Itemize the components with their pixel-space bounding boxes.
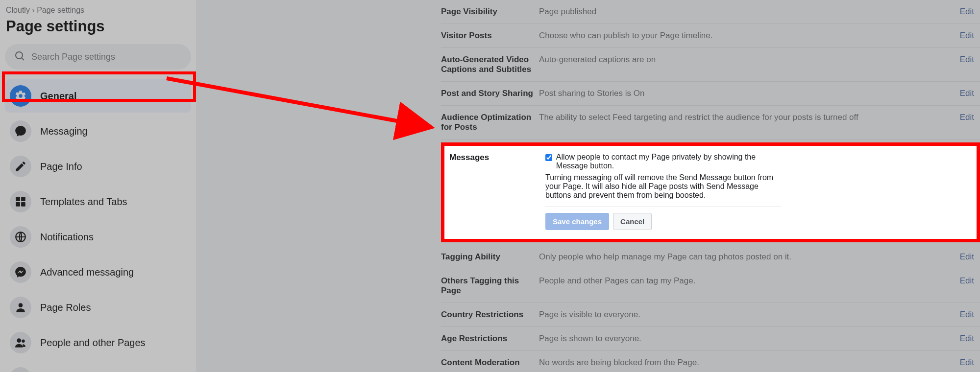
sidebar-item-label: Page Info — [40, 161, 82, 172]
row-page-visibility: Page Visibility Page published Edit — [441, 0, 980, 24]
save-changes-button[interactable]: Save changes — [545, 213, 609, 230]
row-label: Audience Optimization for Posts — [441, 113, 539, 132]
row-audience-optimization: Audience Optimization for Posts The abil… — [441, 106, 980, 140]
row-label: Others Tagging this Page — [441, 276, 539, 296]
sidebar-item-label: Templates and Tabs — [40, 196, 127, 208]
cancel-button[interactable]: Cancel — [613, 213, 652, 230]
divider — [545, 207, 781, 207]
row-age-restrictions: Age Restrictions Page is shown to everyo… — [441, 327, 980, 351]
row-content-moderation: Content Moderation No words are being bl… — [441, 351, 980, 372]
search-icon — [14, 50, 25, 64]
row-country-restrictions: Country Restrictions Page is visible to … — [441, 303, 980, 327]
sidebar-item-preferred-audience[interactable]: Preferred Page Audience — [5, 361, 191, 372]
sidebar-item-label: General — [40, 91, 76, 102]
sidebar: Cloutly › Page settings Page settings Ge… — [0, 0, 196, 372]
row-visitor-posts: Visitor Posts Choose who can publish to … — [441, 24, 980, 48]
messages-note: Turning messaging off will remove the Se… — [545, 173, 781, 200]
row-value: Only people who help manage my Page can … — [539, 252, 951, 262]
messages-allow-checkbox[interactable] — [545, 154, 552, 162]
edit-link[interactable]: Edit — [951, 89, 980, 98]
row-label: Tagging Ability — [441, 252, 539, 262]
breadcrumb: Cloutly › Page settings — [5, 6, 191, 18]
row-label: Content Moderation — [441, 358, 539, 368]
svg-point-0 — [16, 52, 23, 59]
svg-rect-3 — [21, 197, 25, 201]
pencil-icon — [10, 156, 31, 177]
edit-link[interactable]: Edit — [951, 7, 980, 17]
row-value: Post sharing to Stories is On — [539, 89, 951, 98]
row-value: Page published — [539, 7, 951, 17]
row-value: The ability to select Feed targeting and… — [539, 113, 951, 122]
sidebar-item-label: People and other Pages — [40, 337, 146, 349]
sidebar-item-page-info[interactable]: Page Info — [5, 150, 191, 183]
row-value: No words are being blocked from the Page… — [539, 358, 951, 368]
sidebar-item-page-roles[interactable]: Page Roles — [5, 291, 191, 324]
people-icon — [10, 332, 31, 353]
edit-link[interactable]: Edit — [951, 334, 980, 344]
edit-link[interactable]: Edit — [951, 113, 980, 122]
row-tagging-ability: Tagging Ability Only people who help man… — [441, 245, 980, 269]
svg-line-12 — [167, 78, 431, 127]
sidebar-item-templates[interactable]: Templates and Tabs — [5, 185, 191, 218]
edit-link[interactable]: Edit — [951, 310, 980, 320]
messages-checkbox-label: Allow people to contact my Page privatel… — [556, 153, 781, 170]
row-others-tagging: Others Tagging this Page People and othe… — [441, 269, 980, 303]
row-post-sharing: Post and Story Sharing Post sharing to S… — [441, 82, 980, 106]
edit-link[interactable]: Edit — [951, 358, 980, 368]
sidebar-item-notifications[interactable]: Notifications — [5, 220, 191, 254]
svg-point-9 — [22, 340, 24, 343]
page-title: Page settings — [5, 18, 191, 44]
svg-rect-4 — [16, 202, 20, 207]
sidebar-item-advanced-messaging[interactable]: Advanced messaging — [5, 256, 191, 289]
row-value: Page is visible to everyone. — [539, 310, 951, 320]
row-label: Auto-Generated Video Captions and Subtit… — [441, 55, 539, 74]
row-label: Country Restrictions — [441, 310, 539, 320]
edit-link[interactable]: Edit — [951, 55, 980, 65]
settings-table: Page Visibility Page published Edit Visi… — [441, 0, 980, 372]
edit-link[interactable]: Edit — [951, 252, 980, 262]
search-box[interactable] — [5, 44, 191, 70]
sidebar-item-label: Messaging — [40, 126, 88, 137]
row-label: Age Restrictions — [441, 334, 539, 344]
svg-rect-2 — [16, 197, 20, 201]
sidebar-item-general[interactable]: General — [5, 79, 191, 113]
svg-line-1 — [22, 58, 24, 61]
row-label: Visitor Posts — [441, 31, 539, 41]
sidebar-item-label: Page Roles — [40, 302, 91, 313]
annotation-arrow — [162, 64, 446, 142]
sidebar-item-people-pages[interactable]: People and other Pages — [5, 326, 191, 359]
sidebar-item-label: Advanced messaging — [40, 267, 134, 278]
row-label: Messages — [449, 153, 545, 230]
audience-icon — [10, 367, 31, 372]
chat-icon — [10, 120, 31, 142]
globe-icon — [10, 226, 31, 248]
svg-point-8 — [17, 338, 21, 343]
row-auto-captions: Auto-Generated Video Captions and Subtit… — [441, 48, 980, 82]
edit-link[interactable]: Edit — [951, 276, 980, 286]
row-label: Page Visibility — [441, 7, 539, 17]
sidebar-item-label: Notifications — [40, 232, 94, 243]
row-value: People and other Pages can tag my Page. — [539, 276, 951, 286]
search-input[interactable] — [31, 52, 182, 62]
row-label: Post and Story Sharing — [441, 89, 539, 98]
gear-icon — [10, 85, 31, 107]
person-icon — [10, 297, 31, 318]
row-value: Choose who can publish to your Page time… — [539, 31, 951, 41]
grid-icon — [10, 191, 31, 212]
row-value: Page is shown to everyone. — [539, 334, 951, 344]
messenger-icon — [10, 261, 31, 283]
svg-point-7 — [19, 303, 23, 307]
svg-rect-5 — [21, 202, 25, 207]
sidebar-item-messaging[interactable]: Messaging — [5, 115, 191, 148]
row-value: Auto-generated captions are on — [539, 55, 951, 65]
row-messages-expanded: Messages Allow people to contact my Page… — [441, 142, 980, 242]
edit-link[interactable]: Edit — [951, 31, 980, 41]
